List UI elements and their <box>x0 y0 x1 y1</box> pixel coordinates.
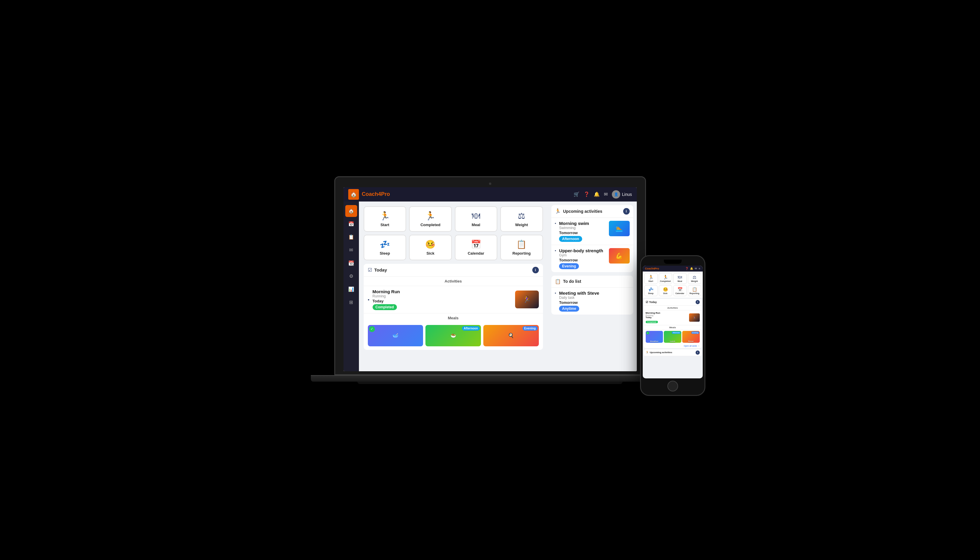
meal-badge-dinner: Evening <box>523 326 538 331</box>
phone-today-info-button[interactable]: i <box>696 300 700 304</box>
phone-activity-row: Morning Run Running Today Completed 🏃‍♀️ <box>644 310 701 325</box>
phone-today-section: ☑ Today i Activities Morning Run Running… <box>644 299 701 348</box>
phone-quick-actions: 🏃 Start 🏃 Completed 🍽 Meal ⚖ <box>643 272 703 298</box>
activity-type: Running <box>372 294 512 298</box>
swim-info: Morning swim Swimming Tomorrow Afternoon <box>559 221 606 242</box>
todo-header: 📋 To do list <box>551 276 633 288</box>
ph-sick-icon: 🤒 <box>663 287 668 292</box>
ph-sleep-label: Sleep <box>648 292 654 294</box>
phone-activity-type: Running <box>646 314 688 317</box>
phone-logo: Coach4Pro <box>645 267 684 270</box>
calendar-icon: 📅 <box>471 240 481 249</box>
avatar: 👤 <box>612 190 620 198</box>
home-icon[interactable]: 🏠 <box>348 189 359 200</box>
laptop-screen: 🏠 Coach4Pro 🛒 ❓ 🔔 ✉ 👤 Linus <box>344 187 637 371</box>
phone-meal-strip: Breakfast ✓ Lunch Afternoon <box>644 330 701 344</box>
app-body: 🏠 📅 📋 ✉ 📆 ⚙ 📊 ⊞ 🏃 <box>344 202 637 371</box>
ph-card-completed[interactable]: 🏃 Completed <box>659 273 672 284</box>
app-header: 🏠 Coach4Pro 🛒 ❓ 🔔 ✉ 👤 Linus <box>344 187 637 202</box>
sidebar-item-home[interactable]: 🏠 <box>345 205 357 217</box>
reporting-label: Reporting <box>513 251 531 255</box>
sidebar-item-settings[interactable]: ⚙ <box>345 270 357 282</box>
sidebar-item-stats[interactable]: 📊 <box>345 283 357 295</box>
ph-calendar-label: Calendar <box>675 292 684 294</box>
laptop-base <box>311 375 654 382</box>
phone-today-title: Today <box>649 301 657 303</box>
phone-upcoming-section: 🏃 Upcoming activities i <box>644 349 701 356</box>
phone-help-icon[interactable]: ❓ <box>685 267 688 270</box>
help-icon[interactable]: ❓ <box>584 192 589 197</box>
meal-icon: 🍽 <box>472 211 480 221</box>
gym-info: Upper-body strength Gym Tomorrow Evening <box>559 248 606 269</box>
cart-icon[interactable]: 🛒 <box>574 192 579 197</box>
meal-check-breakfast: ✓ <box>369 326 375 332</box>
ph-completed-icon: 🏃 <box>663 275 668 280</box>
meal-thumb-lunch[interactable]: 🥗 Afternoon <box>426 325 481 346</box>
app-logo: Coach4Pro <box>362 191 574 197</box>
phone-activities-label: Activities <box>644 306 701 310</box>
meals-strip: 🥣 ✓ 🥗 Afternoon 🍳 Evening <box>364 323 543 350</box>
sidebar-item-list[interactable]: 📋 <box>345 231 357 243</box>
meal-badge-lunch: Afternoon <box>462 326 480 331</box>
phone-meal-breakfast[interactable]: Breakfast ✓ <box>646 331 663 343</box>
phone-meal-lunch[interactable]: Lunch Afternoon <box>664 331 681 343</box>
action-card-weight[interactable]: ⚖ Weight <box>500 206 543 232</box>
ph-card-start[interactable]: 🏃 Start <box>644 273 658 284</box>
meal-thumb-dinner[interactable]: 🍳 Evening <box>483 325 539 346</box>
completed-label: Completed <box>421 223 440 227</box>
upcoming-info-button[interactable]: i <box>623 208 630 215</box>
today-info-button[interactable]: i <box>532 267 539 273</box>
sidebar-item-calendar[interactable]: 📅 <box>345 218 357 230</box>
activity-row: ● Morning Run Running Today Completed 🏃‍… <box>364 286 543 313</box>
phone-open-all-link[interactable]: Open all week → <box>644 344 701 348</box>
ph-start-label: Start <box>648 280 653 282</box>
swim-thumbnail: 🏊 <box>609 221 630 236</box>
ph-card-weight[interactable]: ⚖ Weight <box>688 273 701 284</box>
ph-sick-label: Sick <box>663 292 668 294</box>
activity-thumb-image: 🏃‍♀️ <box>515 290 539 308</box>
meal-thumb-breakfast[interactable]: 🥣 ✓ <box>368 325 423 346</box>
action-card-meal[interactable]: 🍽 Meal <box>455 206 498 232</box>
weight-icon: ⚖ <box>518 211 525 221</box>
ph-card-meal[interactable]: 🍽 Meal <box>673 273 687 284</box>
ph-card-calendar[interactable]: 📅 Calendar <box>673 285 687 296</box>
action-card-start[interactable]: 🏃 Start <box>364 206 406 232</box>
sick-label: Sick <box>426 251 434 255</box>
mail-icon[interactable]: ✉ <box>604 192 608 197</box>
action-card-completed[interactable]: 🏃 Completed <box>409 206 452 232</box>
ph-card-sleep[interactable]: 💤 Sleep <box>644 285 658 296</box>
action-card-sleep[interactable]: 💤 Sleep <box>364 235 406 260</box>
action-card-reporting[interactable]: 📋 Reporting <box>500 235 543 260</box>
phone-activity-thumbnail: 🏃‍♀️ <box>689 313 700 322</box>
phone-upcoming-info-button[interactable]: i <box>696 350 700 355</box>
phone-bell-icon[interactable]: 🔔 <box>690 267 693 270</box>
meeting-name: Meeting with Steve <box>559 290 629 296</box>
phone-screen: Coach4Pro ❓ 🔔 ✉ ≡ 🏃 Start <box>643 266 703 378</box>
sidebar-item-messages[interactable]: ✉ <box>345 244 357 256</box>
quick-actions-grid: 🏃 Start 🏃 Completed 🍽 Meal <box>364 206 543 260</box>
bell-icon[interactable]: 🔔 <box>594 192 600 197</box>
phone-meal-dinner[interactable]: Dinner Evening <box>682 331 700 343</box>
meeting-day: Tomorrow <box>559 300 629 305</box>
user-menu[interactable]: 👤 Linus <box>612 190 632 198</box>
sidebar-item-schedule[interactable]: 📆 <box>345 257 357 269</box>
ph-meal-icon: 🍽 <box>678 275 682 280</box>
ph-card-sick[interactable]: 🤒 Sick <box>659 285 672 296</box>
phone-breakfast-label: Breakfast <box>650 340 658 343</box>
swim-name: Morning swim <box>559 221 606 226</box>
username: Linus <box>622 192 632 197</box>
action-card-calendar[interactable]: 📅 Calendar <box>455 235 498 260</box>
gym-thumb-image: 💪 <box>609 248 630 263</box>
swim-type: Swimming <box>559 226 606 230</box>
phone-menu-icon[interactable]: ≡ <box>699 267 700 270</box>
todo-card: 📋 To do list ● Meeting with Steve Daily … <box>551 276 633 315</box>
phone-notch <box>664 260 682 264</box>
action-card-sick[interactable]: 🤒 Sick <box>409 235 452 260</box>
ph-completed-label: Completed <box>660 280 671 282</box>
phone-mail-icon[interactable]: ✉ <box>695 267 697 270</box>
panel-item-swim: ● Morning swim Swimming Tomorrow Afterno… <box>551 218 633 245</box>
gym-type: Gym <box>559 253 606 257</box>
phone-home-button[interactable] <box>668 381 678 392</box>
ph-card-reporting[interactable]: 📋 Reporting <box>688 285 701 296</box>
sidebar-item-grid[interactable]: ⊞ <box>345 297 357 308</box>
